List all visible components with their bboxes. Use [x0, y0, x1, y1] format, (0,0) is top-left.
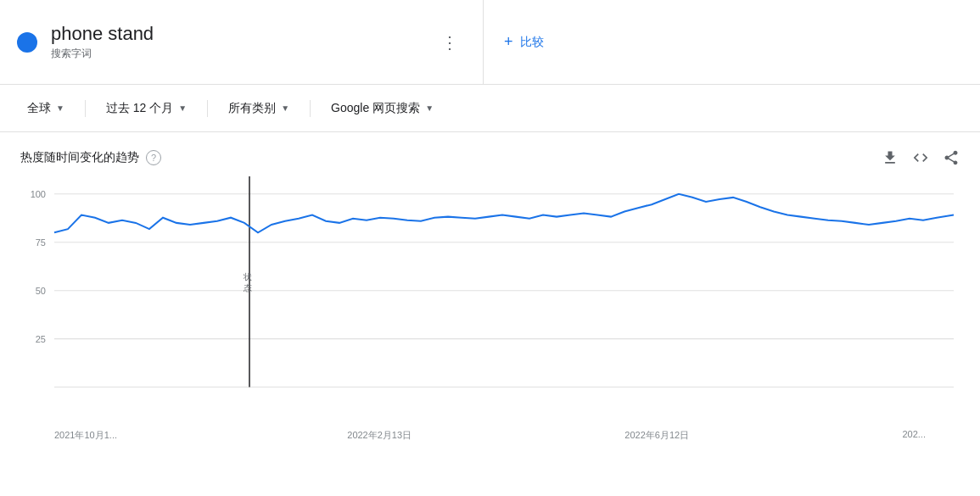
chart-actions — [882, 149, 960, 166]
chevron-down-icon-2: ▼ — [178, 103, 187, 113]
filter-category-label: 所有类别 — [228, 101, 276, 116]
compare-button[interactable]: + 比较 — [504, 33, 544, 51]
download-icon — [882, 149, 899, 166]
filter-region-label: 全球 — [27, 101, 51, 116]
svg-text:态: 态 — [243, 282, 252, 292]
term-indicator — [17, 32, 37, 53]
embed-button[interactable] — [912, 149, 929, 166]
compare-label: 比较 — [520, 35, 544, 50]
filter-divider-2 — [207, 100, 208, 117]
share-icon — [943, 149, 960, 166]
chart-header: 热度随时间变化的趋势 ? — [20, 149, 960, 166]
chart-title: 热度随时间变化的趋势 — [20, 150, 139, 165]
chart-title-group: 热度随时间变化的趋势 ? — [20, 150, 161, 165]
chart-container: 100 75 50 25 状 态 2021年10月1... 2022年2月13日… — [20, 176, 960, 422]
chevron-down-icon: ▼ — [56, 103, 64, 113]
filter-region[interactable]: 全球 ▼ — [17, 96, 75, 121]
search-term-panel: phone stand 搜索字词 ⋮ — [0, 0, 484, 84]
filter-time-label: 过去 12 个月 — [106, 101, 173, 116]
svg-text:100: 100 — [31, 189, 46, 199]
filter-search-type-label: Google 网页搜索 — [331, 101, 420, 116]
filter-search-type[interactable]: Google 网页搜索 ▼ — [321, 96, 444, 121]
x-label-1: 2021年10月1... — [54, 429, 117, 442]
filter-divider-1 — [85, 100, 86, 117]
filter-category[interactable]: 所有类别 ▼ — [218, 96, 300, 121]
header: phone stand 搜索字词 ⋮ + 比较 — [0, 0, 980, 85]
compare-panel: + 比较 — [484, 0, 980, 84]
kebab-icon: ⋮ — [441, 32, 459, 53]
svg-text:50: 50 — [36, 286, 46, 296]
x-label-2: 2022年2月13日 — [347, 429, 412, 442]
svg-text:25: 25 — [36, 334, 46, 344]
embed-icon — [912, 149, 929, 166]
chart-section: 热度随时间变化的趋势 ? — [0, 132, 980, 422]
search-term-label: 搜索字词 — [51, 47, 154, 61]
chevron-down-icon-4: ▼ — [425, 103, 434, 113]
trend-chart[interactable]: 100 75 50 25 状 态 — [20, 176, 960, 422]
term-text-group: phone stand 搜索字词 — [51, 23, 154, 61]
filter-divider-3 — [310, 100, 311, 117]
filter-time-range[interactable]: 过去 12 个月 ▼ — [96, 96, 197, 121]
help-icon[interactable]: ? — [146, 150, 161, 165]
share-button[interactable] — [943, 149, 960, 166]
svg-text:75: 75 — [36, 237, 46, 248]
plus-icon: + — [504, 33, 513, 51]
x-label-3: 2022年6月12日 — [624, 429, 689, 442]
filter-bar: 全球 ▼ 过去 12 个月 ▼ 所有类别 ▼ Google 网页搜索 ▼ — [0, 85, 980, 132]
svg-text:状: 状 — [243, 272, 252, 281]
download-button[interactable] — [882, 149, 899, 166]
chevron-down-icon-3: ▼ — [281, 103, 289, 113]
x-label-4: 202... — [902, 429, 926, 442]
search-term-title: phone stand — [51, 23, 154, 45]
term-menu-button[interactable]: ⋮ — [434, 25, 466, 59]
